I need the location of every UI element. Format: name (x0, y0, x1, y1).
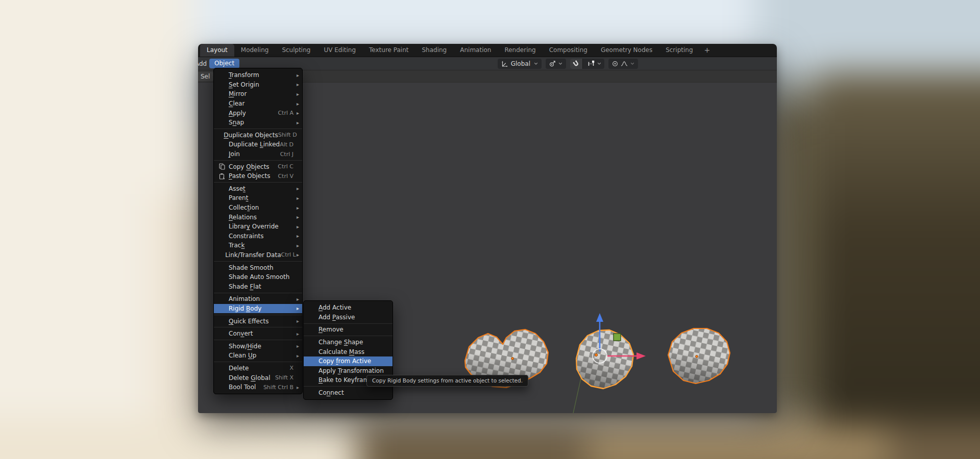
menu-item-apply-transformation[interactable]: Apply Transformation (304, 366, 393, 376)
active-tool-button[interactable]: Sel (198, 72, 213, 81)
workspace-tabbar: LayoutModelingSculptingUV EditingTexture… (198, 44, 777, 57)
menu-item-duplicate-objects[interactable]: Duplicate Objects Shift D (214, 131, 302, 140)
snap-increment-icon (587, 60, 595, 67)
menu-item-relations[interactable]: Relations ▸ (214, 212, 302, 222)
submenu-arrow-icon: ▸ (296, 252, 299, 258)
active-origin-dot (595, 353, 597, 356)
menu-item-shade-flat[interactable]: Shade Flat (214, 282, 302, 291)
paste-icon (218, 173, 226, 180)
menu-item-rigid-body[interactable]: Rigid Body ▸ (214, 304, 302, 314)
menu-item-delete-global[interactable]: Delete Global Shift X (214, 373, 302, 382)
menu-item-shortcut: Ctrl V (278, 173, 293, 180)
tab-sculpting[interactable]: Sculpting (275, 44, 317, 57)
tab-animation[interactable]: Animation (453, 44, 498, 57)
menu-separator (214, 362, 302, 362)
submenu-arrow-icon: ▸ (293, 385, 299, 390)
menu-item-add-active[interactable]: Add Active (304, 303, 393, 313)
menu-item-shade-auto-smooth[interactable]: Shade Auto Smooth (214, 272, 302, 282)
submenu-arrow-icon: ▸ (293, 195, 299, 201)
tab-uv-editing[interactable]: UV Editing (317, 44, 362, 57)
menu-item-show-hide[interactable]: Show/Hide ▸ (214, 341, 302, 351)
menu-item-join[interactable]: Join Ctrl J (214, 149, 302, 159)
object-menu-button[interactable]: Object (209, 59, 239, 68)
menu-item-convert[interactable]: Convert ▸ (214, 329, 302, 339)
menu-item-delete[interactable]: Delete X (214, 364, 302, 373)
add-menu-button[interactable]: Add (198, 60, 209, 67)
tab-geometry-nodes[interactable]: Geometry Nodes (594, 44, 659, 57)
pivot-point-dropdown[interactable] (546, 59, 566, 69)
menu-item-paste-objects[interactable]: Paste Objects Ctrl V (214, 171, 302, 181)
copy-icon (218, 163, 226, 170)
gizmo-y-plane-handle[interactable] (614, 334, 621, 341)
tab-compositing[interactable]: Compositing (543, 44, 594, 57)
origin-dot (696, 355, 698, 358)
menu-item-change-shape[interactable]: Change Shape (304, 338, 393, 347)
transform-orientation-dropdown[interactable]: Global (498, 59, 542, 69)
tab-shading[interactable]: Shading (415, 44, 453, 57)
tab-rendering[interactable]: Rendering (498, 44, 542, 57)
gizmo-x-arrowhead[interactable] (636, 352, 646, 360)
menu-item-collection[interactable]: Collection ▸ (214, 203, 302, 213)
menu-item-clear[interactable]: Clear ▸ (214, 99, 302, 109)
menu-item-connect[interactable]: Connect (304, 388, 393, 398)
menu-item-add-passive[interactable]: Add Passive (304, 313, 393, 322)
menu-item-animation[interactable]: Animation ▸ (214, 294, 302, 304)
menu-item-asset[interactable]: Asset ▸ (214, 184, 302, 194)
menu-item-label: Copy Objects (226, 163, 278, 170)
add-workspace-button[interactable]: + (700, 44, 715, 57)
submenu-arrow-icon: ▸ (293, 343, 299, 349)
menu-item-duplicate-linked[interactable]: Duplicate Linked Alt D (214, 140, 302, 149)
menu-item-parent[interactable]: Parent ▸ (214, 193, 302, 203)
tab-layout[interactable]: Layout (200, 44, 234, 57)
submenu-arrow-icon: ▸ (293, 318, 299, 324)
chevron-down-icon (630, 61, 635, 66)
menu-item-mirror[interactable]: Mirror ▸ (214, 89, 302, 99)
tab-modeling[interactable]: Modeling (234, 44, 276, 57)
snap-toggle-button[interactable] (570, 59, 583, 69)
menu-item-clean-up[interactable]: Clean Up ▸ (214, 351, 302, 361)
submenu-arrow-icon: ▸ (293, 243, 299, 248)
menu-item-label: Clear (226, 100, 293, 107)
menu-item-label: Link/Transfer Data (223, 251, 281, 259)
menu-item-link-transfer-data[interactable]: Link/Transfer Data Ctrl L ▸ (214, 250, 302, 260)
chevron-down-icon (597, 61, 602, 66)
menu-item-library-override[interactable]: Library Override ▸ (214, 222, 302, 232)
menu-item-set-origin[interactable]: Set Origin ▸ (214, 80, 302, 90)
tooltip: Copy Rigid Body settings from active obj… (366, 375, 528, 387)
menu-item-bool-tool[interactable]: Bool Tool Shift Ctrl B ▸ (214, 382, 302, 392)
proportional-editing-control[interactable] (608, 59, 638, 69)
menu-item-calculate-mass[interactable]: Calculate Mass (304, 347, 393, 356)
menu-item-remove[interactable]: Remove (304, 325, 393, 335)
menu-item-label: Animation (226, 295, 293, 302)
menu-item-label: Show/Hide (226, 343, 293, 350)
menu-item-copy-from-active[interactable]: Copy from Active (304, 356, 393, 366)
gizmo-z-arrowhead[interactable] (596, 313, 603, 322)
menu-item-track[interactable]: Track ▸ (214, 241, 302, 250)
menu-item-snap[interactable]: Snap ▸ (214, 118, 302, 128)
tab-label: Animation (460, 46, 491, 54)
submenu-arrow-icon: ▸ (293, 91, 299, 97)
menu-item-shade-smooth[interactable]: Shade Smooth (214, 263, 302, 272)
menu-item-label: Calculate Mass (316, 348, 384, 355)
menu-item-copy-objects[interactable]: Copy Objects Ctrl C (214, 162, 302, 171)
menu-item-label: Delete (226, 365, 289, 372)
menu-item-constraints[interactable]: Constraints ▸ (214, 232, 302, 241)
menu-item-label: Mirror (226, 90, 293, 97)
menu-item-apply[interactable]: Apply Ctrl A ▸ (214, 108, 302, 118)
pivot-point-icon (549, 60, 556, 67)
magnet-icon (573, 60, 580, 67)
tab-texture-paint[interactable]: Texture Paint (362, 44, 415, 57)
chevron-down-icon (533, 61, 538, 66)
mesh-object-active[interactable] (576, 330, 633, 389)
mesh-object-right[interactable] (668, 328, 730, 384)
menu-item-shortcut: Ctrl J (280, 151, 293, 158)
orientation-label: Global (510, 60, 531, 67)
menu-item-label: Asset (226, 185, 293, 192)
menu-item-label: Duplicate Linked (226, 141, 280, 148)
snap-target-dropdown[interactable] (585, 60, 604, 67)
tab-label: Rendering (504, 46, 535, 54)
menu-item-quick-effects[interactable]: Quick Effects ▸ (214, 316, 302, 326)
tab-scripting[interactable]: Scripting (659, 44, 699, 57)
menu-separator (214, 160, 302, 161)
menu-item-transform[interactable]: Transform ▸ (214, 70, 302, 80)
